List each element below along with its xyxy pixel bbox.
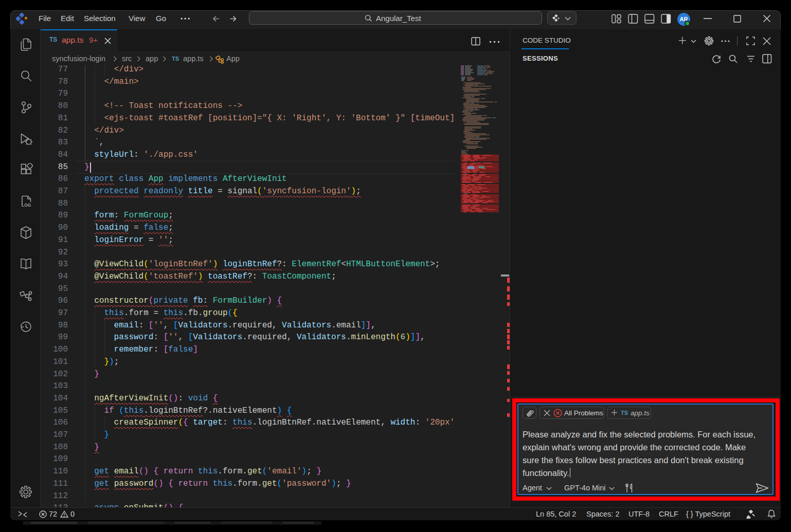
svg-text:LOG: LOG — [22, 203, 31, 208]
